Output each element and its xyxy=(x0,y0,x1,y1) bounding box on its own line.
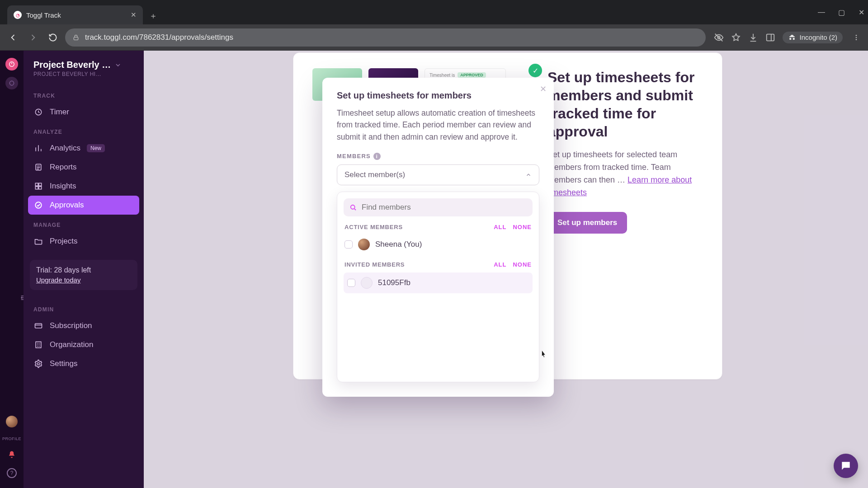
app-rail: PROFILE ? xyxy=(0,51,24,488)
sidebar-section-manage: MANAGE xyxy=(24,222,144,228)
svg-rect-16 xyxy=(36,342,41,347)
building-icon xyxy=(33,340,43,350)
window-maximize-icon[interactable]: ▢ xyxy=(837,8,845,17)
status-chip-label: Timesheet is xyxy=(429,73,455,78)
search-icon xyxy=(349,203,357,211)
sidebar-item-label: Insights xyxy=(50,182,76,191)
select-none-active[interactable]: NONE xyxy=(513,224,532,230)
nav-back-button[interactable] xyxy=(5,30,21,45)
sidebar-item-label: Projects xyxy=(50,237,77,246)
sidebar-item-settings[interactable]: Settings xyxy=(24,354,144,373)
member-avatar xyxy=(358,239,370,250)
svg-point-5 xyxy=(856,39,857,40)
chevron-up-icon xyxy=(525,172,532,178)
sidebar: Project Beverly … PROJECT BEVERLY HI… TR… xyxy=(24,51,144,488)
find-members-input[interactable] xyxy=(362,203,527,212)
svg-point-3 xyxy=(856,35,857,36)
active-members-heading: ACTIVE MEMBERS xyxy=(344,224,403,230)
svg-rect-12 xyxy=(35,187,38,189)
svg-rect-2 xyxy=(766,34,774,41)
clock-icon xyxy=(33,107,43,117)
intercom-fab[interactable] xyxy=(834,454,858,478)
select-none-invited[interactable]: NONE xyxy=(513,261,532,268)
invited-members-heading: INVITED MEMBERS xyxy=(344,261,405,268)
member-row-active[interactable]: Sheena (You) xyxy=(344,235,533,254)
toggl-favicon: ◔ xyxy=(14,11,22,19)
sidebar-item-approvals[interactable]: Approvals xyxy=(28,196,139,215)
status-chip-value: APPROVED xyxy=(458,72,486,78)
rail-avatar[interactable] xyxy=(6,416,18,427)
member-checkbox[interactable] xyxy=(344,240,353,249)
lock-icon xyxy=(72,34,80,41)
rail-secondary-icon[interactable] xyxy=(5,77,18,89)
rail-help-icon[interactable]: ? xyxy=(7,468,17,478)
svg-point-4 xyxy=(856,37,857,38)
window-close-icon[interactable]: ✕ xyxy=(857,8,865,17)
grid-icon xyxy=(33,181,43,191)
svg-rect-15 xyxy=(35,324,42,328)
sidebar-item-reports[interactable]: Reports xyxy=(24,158,144,177)
svg-point-7 xyxy=(9,81,14,85)
member-row-invited[interactable]: 51095Ffb xyxy=(344,272,533,293)
select-all-invited[interactable]: ALL xyxy=(494,261,506,268)
members-label: MEMBERS i xyxy=(337,153,539,160)
browser-tab-active[interactable]: ◔ Toggl Track ✕ xyxy=(7,5,143,24)
sidebar-item-insights[interactable]: Insights xyxy=(24,177,144,196)
info-icon[interactable]: i xyxy=(373,153,381,160)
workspace-switcher[interactable]: Project Beverly … xyxy=(24,58,144,71)
svg-rect-11 xyxy=(39,183,42,186)
rail-toggl-icon[interactable] xyxy=(5,58,18,70)
close-tab-icon[interactable]: ✕ xyxy=(131,11,137,19)
sidebar-section-track: TRACK xyxy=(24,93,144,99)
sidebar-item-label: Organization xyxy=(50,340,93,349)
check-icon: ✓ xyxy=(528,64,542,77)
member-checkbox[interactable] xyxy=(347,279,355,287)
tab-title: Toggl Track xyxy=(26,11,61,19)
browser-toolbar: track.toggl.com/7862831/approvals/settin… xyxy=(0,24,868,51)
member-name: Sheena (You) xyxy=(375,240,422,249)
rail-profile-label: PROFILE xyxy=(2,436,21,441)
select-all-active[interactable]: ALL xyxy=(494,224,506,230)
trial-banner[interactable]: Trial: 28 days left Upgrade today xyxy=(30,260,137,290)
new-badge: New xyxy=(87,144,105,152)
address-bar[interactable]: track.toggl.com/7862831/approvals/settin… xyxy=(65,28,706,47)
bookmark-star-icon[interactable] xyxy=(731,33,741,42)
card-heading: Set up timesheets for members and submit… xyxy=(547,68,703,141)
window-controls: — ▢ ✕ xyxy=(817,0,865,24)
new-tab-button[interactable]: ＋ xyxy=(146,9,160,23)
trial-remaining: Trial: 28 days left xyxy=(36,266,131,274)
sidebar-section-admin: ADMIN xyxy=(24,306,144,313)
sidebar-item-analytics[interactable]: Analytics New xyxy=(24,139,144,158)
nav-reload-button[interactable] xyxy=(45,30,61,45)
members-label-text: MEMBERS xyxy=(337,153,371,160)
eye-off-icon[interactable] xyxy=(714,33,724,42)
setup-timesheets-modal: ✕ Set up timesheets for members Timeshee… xyxy=(322,78,554,397)
sidebar-item-subscription[interactable]: Subscription xyxy=(24,316,144,335)
kebab-menu-icon[interactable] xyxy=(850,33,863,42)
find-members-field[interactable] xyxy=(344,198,533,216)
modal-close-icon[interactable]: ✕ xyxy=(540,84,547,94)
svg-point-17 xyxy=(38,363,40,365)
sidebar-item-label: Subscription xyxy=(50,321,92,330)
members-dropdown: ACTIVE MEMBERS ALL NONE Sheena (You) INV… xyxy=(337,192,539,382)
svg-rect-0 xyxy=(74,37,78,40)
workspace-name: Project Beverly … xyxy=(33,60,111,70)
window-minimize-icon[interactable]: — xyxy=(817,8,826,16)
nav-forward-button[interactable] xyxy=(25,30,41,45)
sidebar-item-label: Reports xyxy=(50,163,77,172)
incognito-badge[interactable]: Incognito (2) xyxy=(783,32,843,43)
downloads-icon[interactable] xyxy=(748,33,758,42)
sidepanel-icon[interactable] xyxy=(765,33,775,42)
check-circle-icon xyxy=(33,200,43,210)
sidebar-item-label: Settings xyxy=(50,359,77,368)
incognito-label: Incognito (2) xyxy=(800,33,837,41)
trial-upgrade-link[interactable]: Upgrade today xyxy=(36,276,131,284)
sidebar-item-projects[interactable]: Projects xyxy=(24,232,144,251)
select-members-combobox[interactable]: Select member(s) xyxy=(337,164,539,185)
setup-members-button[interactable]: Set up members xyxy=(547,212,627,234)
sidebar-item-timer[interactable]: Timer xyxy=(24,103,144,122)
svg-point-18 xyxy=(351,205,355,209)
rail-notifications-icon[interactable] xyxy=(7,450,16,459)
svg-rect-10 xyxy=(35,183,38,186)
sidebar-item-organization[interactable]: Organization xyxy=(24,335,144,354)
